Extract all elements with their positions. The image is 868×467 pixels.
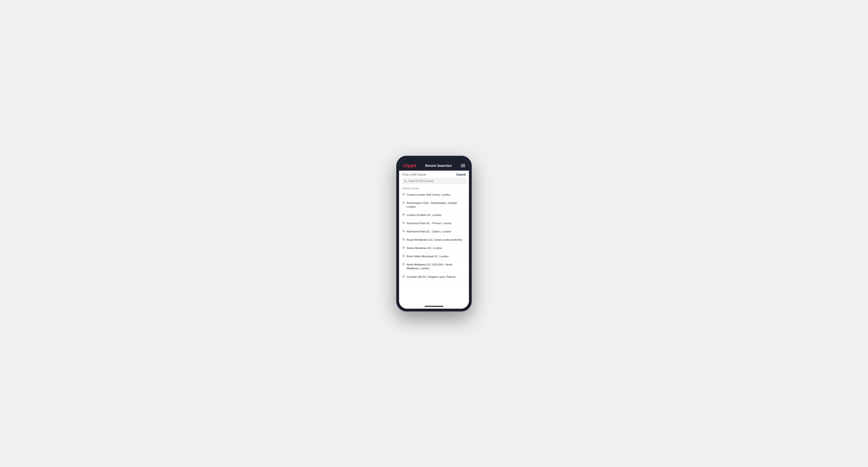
course-name: Richmond Park GC - Prince's, Surrey (407, 221, 452, 225)
list-item[interactable]: Central London Golf Centre, London (399, 191, 469, 199)
course-name: Brent Valley Municipal GC, London (407, 254, 448, 258)
list-item[interactable]: North Middlesex GC (1011942 - North Midd… (399, 260, 469, 273)
cancel-button[interactable]: Cancel (457, 173, 466, 176)
search-icon: 🔍 (404, 179, 407, 182)
course-name: London Scottish GC, London (407, 213, 441, 217)
course-name: Royal Wimbledon GC, Great London Authori… (407, 238, 462, 242)
location-pin-icon (402, 263, 405, 266)
list-item[interactable]: London Scottish GC, London (399, 211, 469, 219)
location-pin-icon (402, 238, 405, 241)
nearby-section-label: Nearby courses (399, 186, 469, 191)
course-list: Central London Golf Centre, LondonRoeham… (399, 191, 469, 304)
main-content: Find a Golf Course Cancel 🔍 Nearby cours… (399, 170, 469, 304)
notch-area (399, 159, 469, 161)
nav-title: Recent Searches (425, 164, 452, 167)
course-name: North Middlesex GC (1011942 - North Midd… (407, 262, 466, 270)
location-pin-icon (402, 201, 405, 205)
location-pin-icon (402, 275, 405, 278)
phone-device: clippd Recent Searches Find a Golf Cours… (396, 156, 472, 311)
list-item[interactable]: Royal Wimbledon GC, Great London Authori… (399, 236, 469, 244)
search-input[interactable] (402, 178, 466, 184)
course-name: Roehampton Club - Roehampton, Greater Lo… (407, 201, 466, 209)
location-pin-icon (402, 255, 405, 258)
location-pin-icon (402, 230, 405, 233)
list-item[interactable]: Coombe Hill GC, Kingston upon Thames (399, 273, 469, 281)
list-item[interactable]: Dukes Meadows GC, London (399, 244, 469, 252)
course-name: Coombe Hill GC, Kingston upon Thames (407, 275, 456, 279)
location-pin-icon (402, 246, 405, 250)
location-pin-icon (402, 222, 405, 225)
search-box: 🔍 (402, 178, 466, 184)
list-item[interactable]: Richmond Park GC - Duke's, London (399, 227, 469, 236)
menu-icon[interactable] (461, 164, 465, 167)
nav-bar: clippd Recent Searches (399, 161, 469, 170)
location-pin-icon (402, 213, 405, 217)
course-name: Dukes Meadows GC, London (407, 246, 442, 250)
home-bar (425, 306, 443, 307)
phone-screen: clippd Recent Searches Find a Golf Cours… (399, 159, 469, 309)
list-item[interactable]: Roehampton Club - Roehampton, Greater Lo… (399, 199, 469, 211)
course-name: Richmond Park GC - Duke's, London (407, 229, 451, 234)
find-header: Find a Golf Course Cancel (399, 170, 469, 178)
find-title: Find a Golf Course (402, 173, 426, 176)
course-name: Central London Golf Centre, London (407, 193, 450, 196)
home-indicator (399, 304, 469, 309)
location-pin-icon (402, 193, 405, 196)
list-item[interactable]: Richmond Park GC - Prince's, Surrey (399, 219, 469, 227)
list-item[interactable]: Brent Valley Municipal GC, London (399, 252, 469, 260)
app-logo: clippd (403, 163, 416, 168)
